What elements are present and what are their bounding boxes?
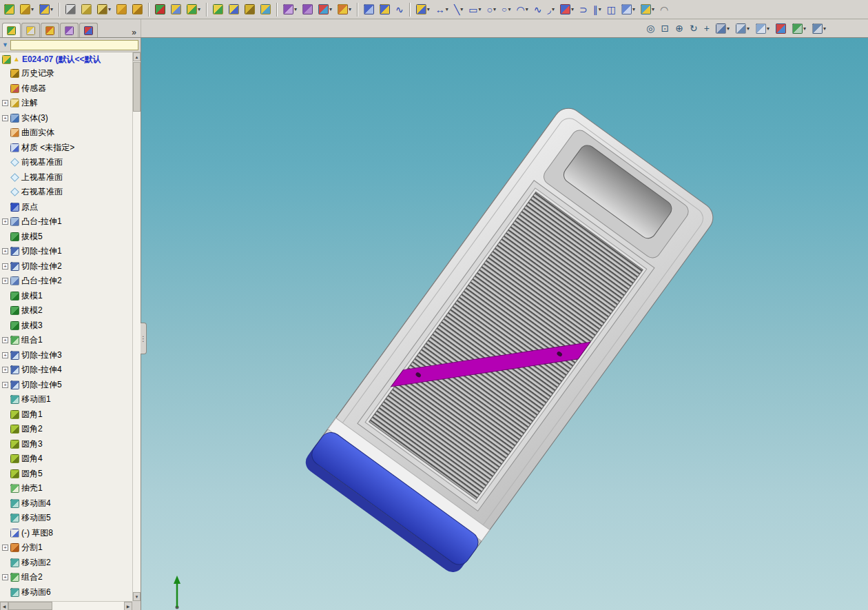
tree-item-cut-extrude[interactable]: +切除-拉伸2 bbox=[0, 259, 132, 274]
appearance-button[interactable]: ▾ bbox=[316, 2, 334, 17]
circular-pattern-button[interactable] bbox=[300, 2, 315, 17]
tree-item-draft[interactable]: 拔模2 bbox=[0, 303, 132, 318]
rotate-view-button[interactable]: ↻ bbox=[688, 21, 700, 36]
repair-sketch-button[interactable]: ◠ bbox=[658, 2, 670, 17]
apply-scene-dropdown-arrow[interactable]: ▾ bbox=[803, 26, 806, 32]
tree-item-fillet[interactable]: 圆角2 bbox=[0, 422, 132, 437]
smart-dimension-dropdown-arrow[interactable]: ▾ bbox=[446, 6, 448, 12]
edit-appearance-button[interactable] bbox=[774, 21, 788, 36]
smart-dimension-button[interactable]: ↔▾ bbox=[433, 2, 451, 17]
expand-toggle[interactable]: + bbox=[2, 337, 8, 343]
scroll-up-button[interactable]: ▲ bbox=[133, 52, 141, 61]
ellipse-button[interactable]: ○▾ bbox=[499, 2, 513, 17]
corner-rectangle-button[interactable]: ▭▾ bbox=[466, 2, 483, 17]
linear-pattern-dropdown-arrow[interactable]: ▾ bbox=[294, 6, 297, 12]
export-button[interactable] bbox=[227, 2, 241, 17]
tree-item-cut-extrude[interactable]: +切除-拉伸3 bbox=[0, 348, 132, 363]
copy-button[interactable] bbox=[79, 2, 94, 17]
offset-entities-button[interactable]: ∥▾ bbox=[591, 2, 603, 17]
tree-item-move-face[interactable]: 移动面2 bbox=[0, 556, 132, 571]
linear-sketch-pattern-button[interactable]: ▾ bbox=[619, 2, 637, 17]
expand-toggle[interactable]: + bbox=[2, 100, 8, 106]
appearance-dropdown-arrow[interactable]: ▾ bbox=[329, 6, 332, 12]
view-settings-dropdown-arrow[interactable]: ▾ bbox=[823, 26, 826, 32]
redo-button[interactable] bbox=[130, 2, 145, 17]
expand-toggle[interactable]: + bbox=[2, 382, 8, 388]
open-document-dropdown-arrow[interactable]: ▾ bbox=[31, 6, 34, 12]
tree-item-combine[interactable]: +组合1 bbox=[0, 333, 132, 348]
tree-item-fillet[interactable]: 圆角1 bbox=[0, 407, 132, 423]
pan-button[interactable]: + bbox=[702, 21, 712, 36]
display-relations-button[interactable]: ▾ bbox=[639, 2, 657, 17]
tree-item-fillet[interactable]: 圆角5 bbox=[0, 467, 132, 482]
new-document-button[interactable] bbox=[2, 2, 17, 17]
pack-and-go-button[interactable] bbox=[242, 2, 257, 17]
expand-toggle[interactable]: + bbox=[2, 278, 8, 284]
publish-edrawings-button[interactable] bbox=[258, 2, 273, 17]
tree-item-boss-extrude[interactable]: +凸台-拉伸1 bbox=[0, 214, 132, 230]
rebuild-button[interactable] bbox=[153, 2, 167, 17]
display-style-button[interactable]: ▾ bbox=[734, 21, 752, 36]
expand-toggle[interactable]: + bbox=[2, 367, 8, 373]
tree-item-material[interactable]: 材质 <未指定> bbox=[0, 141, 132, 156]
centerpoint-arc-button[interactable]: ◠▾ bbox=[515, 2, 530, 17]
tree-filter-input[interactable] bbox=[10, 40, 138, 50]
horizontal-scroll-track[interactable] bbox=[52, 602, 124, 610]
scroll-down-button[interactable]: ▼ bbox=[133, 592, 141, 601]
tree-item-draft[interactable]: 拔模3 bbox=[0, 318, 132, 334]
tree-item-annotations[interactable]: +注解 bbox=[0, 96, 132, 111]
configurationmanager-tab[interactable] bbox=[41, 23, 59, 37]
expand-toggle[interactable]: + bbox=[2, 574, 8, 580]
tree-item-plane[interactable]: 前视基准面 bbox=[0, 155, 132, 170]
ellipse-dropdown-arrow[interactable]: ▾ bbox=[508, 6, 511, 12]
zoom-to-fit-button[interactable]: ◎ bbox=[644, 21, 657, 36]
sketch-fillet-dropdown-arrow[interactable]: ▾ bbox=[552, 6, 555, 12]
scroll-right-button[interactable]: ▶ bbox=[124, 602, 132, 610]
linear-pattern-button[interactable]: ▾ bbox=[281, 2, 299, 17]
edit-material-dropdown-arrow[interactable]: ▾ bbox=[349, 6, 351, 12]
undo-button[interactable] bbox=[114, 2, 129, 17]
offset-entities-dropdown-arrow[interactable]: ▾ bbox=[599, 6, 601, 12]
tree-item-move-face[interactable]: 移动面6 bbox=[0, 585, 132, 600]
edit-material-button[interactable]: ▾ bbox=[335, 2, 353, 17]
tab-overflow-button[interactable]: » bbox=[129, 28, 139, 37]
vertical-scroll-thumb[interactable] bbox=[133, 62, 141, 112]
expand-toggle[interactable]: + bbox=[2, 545, 8, 551]
centerpoint-arc-dropdown-arrow[interactable]: ▾ bbox=[526, 6, 528, 12]
convert-entities-button[interactable]: ⊃ bbox=[577, 2, 590, 17]
mass-properties-button[interactable] bbox=[378, 2, 392, 17]
graphics-viewport[interactable] bbox=[141, 38, 868, 610]
panel-splitter-handle[interactable]: ⋮ bbox=[141, 323, 147, 354]
tree-horizontal-scrollbar[interactable]: ◀ ▶ bbox=[0, 601, 132, 610]
open-document-button[interactable]: ▾ bbox=[18, 2, 36, 17]
tree-item-history[interactable]: 历史记录 bbox=[0, 66, 132, 81]
tree-item-move-face[interactable]: 移动面4 bbox=[0, 496, 132, 511]
save-button[interactable]: ▾ bbox=[37, 2, 55, 17]
paste-dropdown-arrow[interactable]: ▾ bbox=[108, 6, 111, 12]
tree-vertical-scrollbar[interactable]: ▲ ▼ bbox=[132, 52, 141, 601]
tree-item-sketch[interactable]: (-) 草图8 bbox=[0, 526, 132, 541]
line-dropdown-arrow[interactable]: ▾ bbox=[460, 6, 463, 12]
tree-item-fillet[interactable]: 圆角3 bbox=[0, 437, 132, 452]
import-button[interactable] bbox=[211, 2, 225, 17]
sketch-fillet-button[interactable]: ◞▾ bbox=[546, 2, 557, 17]
mirror-entities-button[interactable]: ◫ bbox=[605, 2, 618, 17]
linear-sketch-pattern-dropdown-arrow[interactable]: ▾ bbox=[632, 6, 635, 12]
tree-item-move-face[interactable]: 移动面1 bbox=[0, 392, 132, 407]
tree-item-cut-extrude[interactable]: +切除-拉伸5 bbox=[0, 378, 132, 393]
displaymanager-tab[interactable] bbox=[79, 23, 98, 37]
tree-item-plane[interactable]: 右视基准面 bbox=[0, 185, 132, 200]
line-button[interactable]: ╲▾ bbox=[452, 2, 465, 17]
scroll-left-button[interactable]: ◀ bbox=[0, 602, 8, 610]
tree-item-draft[interactable]: 拔模5 bbox=[0, 230, 132, 245]
tree-item-shell[interactable]: 抽壳1 bbox=[0, 481, 132, 496]
model-part[interactable] bbox=[307, 103, 719, 569]
propertymanager-tab[interactable] bbox=[21, 23, 40, 37]
sketch-button[interactable]: ▾ bbox=[414, 2, 432, 17]
tree-item-boss-extrude[interactable]: +凸台-拉伸2 bbox=[0, 274, 132, 289]
zoom-to-area-button[interactable]: ⊡ bbox=[659, 21, 672, 36]
file-properties-button[interactable] bbox=[169, 2, 183, 17]
view-orientation-button[interactable]: ▾ bbox=[714, 21, 732, 36]
expand-toggle[interactable]: + bbox=[2, 263, 8, 270]
view-settings-button[interactable]: ▾ bbox=[810, 21, 828, 36]
